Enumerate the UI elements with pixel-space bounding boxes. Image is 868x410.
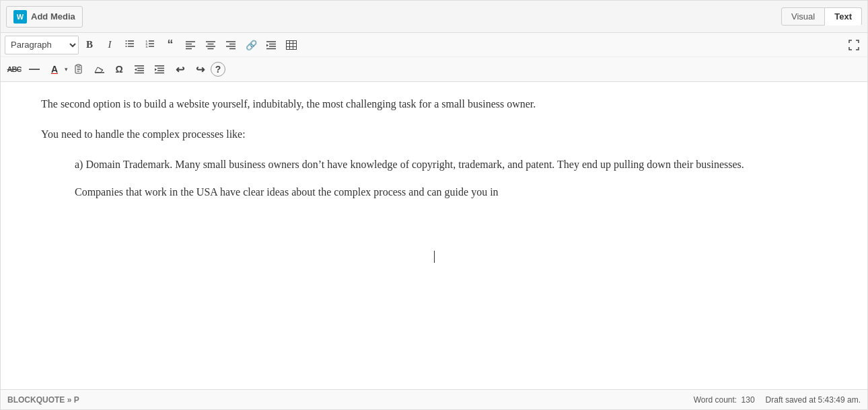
status-bar: BLOCKQUOTE » P Word count: 130 Draft sav… bbox=[1, 389, 867, 409]
toolbar-row-2: ABC — A ▾ Ω ↩ ↪ ? bbox=[1, 57, 867, 81]
paste-as-text-button[interactable] bbox=[69, 60, 88, 79]
status-right: Word count: 130 Draft saved at 5:43:49 a… bbox=[694, 395, 861, 405]
indent2-button[interactable] bbox=[150, 60, 169, 79]
italic-icon: I bbox=[108, 39, 112, 50]
text-color-wrapper: A ▾ bbox=[45, 60, 68, 79]
outdent-button[interactable] bbox=[130, 60, 149, 79]
svg-marker-46 bbox=[135, 69, 137, 71]
toolbar: Paragraph Heading 1 Heading 2 Heading 3 … bbox=[1, 33, 867, 82]
breadcrumb: BLOCKQUOTE » P bbox=[7, 395, 79, 405]
redo-button[interactable]: ↪ bbox=[190, 60, 209, 79]
content-text[interactable]: The second option is to build a website … bbox=[41, 95, 827, 201]
unordered-list-button[interactable] bbox=[120, 36, 139, 54]
indent-button[interactable] bbox=[262, 36, 281, 54]
align-center-button[interactable] bbox=[201, 36, 220, 54]
clear-formatting-button[interactable] bbox=[89, 60, 108, 79]
word-count-value: 130 bbox=[742, 395, 755, 405]
link-button[interactable]: 🔗 bbox=[242, 36, 260, 54]
indent-icon bbox=[266, 40, 276, 50]
svg-rect-29 bbox=[287, 40, 297, 49]
svg-rect-35 bbox=[77, 65, 80, 67]
eraser-icon bbox=[94, 64, 104, 75]
top-bar: W Add Media Visual Text bbox=[1, 1, 867, 33]
fullscreen-button[interactable] bbox=[844, 36, 863, 54]
tab-text[interactable]: Text bbox=[825, 7, 862, 26]
blockquote-button[interactable]: “ bbox=[161, 36, 180, 54]
fullscreen-icon bbox=[848, 40, 859, 50]
bold-button[interactable]: B bbox=[80, 36, 99, 54]
editor-wrapper: W Add Media Visual Text Paragraph Headin… bbox=[0, 0, 868, 410]
align-left-button[interactable] bbox=[181, 36, 200, 54]
add-media-icon: W bbox=[13, 10, 27, 24]
blockquote-para-a[interactable]: a) Domain Trademark. Many small business… bbox=[75, 156, 827, 173]
text-color-button[interactable]: A bbox=[45, 60, 64, 79]
table-icon bbox=[286, 40, 297, 50]
align-center-icon bbox=[206, 40, 215, 50]
align-left-icon bbox=[186, 40, 195, 50]
italic-button[interactable]: I bbox=[100, 36, 119, 54]
add-media-button[interactable]: W Add Media bbox=[6, 6, 83, 28]
svg-point-5 bbox=[126, 46, 127, 47]
bold-icon: B bbox=[86, 39, 93, 50]
align-right-button[interactable] bbox=[221, 36, 240, 54]
svg-point-4 bbox=[126, 43, 127, 44]
ol-icon: 1.2.3. bbox=[145, 39, 155, 50]
horizontal-rule-button[interactable]: — bbox=[25, 60, 44, 79]
paragraph-format-select[interactable]: Paragraph Heading 1 Heading 2 Heading 3 … bbox=[5, 36, 79, 54]
blockquote-para-b[interactable]: Companies that work in the USA have clea… bbox=[75, 183, 827, 201]
ul-icon bbox=[125, 39, 135, 50]
strikethrough-button[interactable]: ABC bbox=[5, 60, 24, 79]
align-right-icon bbox=[226, 40, 236, 50]
svg-point-3 bbox=[126, 40, 127, 42]
link-icon: 🔗 bbox=[246, 40, 257, 50]
tab-visual[interactable]: Visual bbox=[781, 7, 825, 26]
word-count: Word count: 130 bbox=[694, 395, 755, 405]
special-chars-button[interactable]: Ω bbox=[110, 60, 129, 79]
svg-marker-51 bbox=[155, 69, 157, 71]
paragraph-1[interactable]: The second option is to build a website … bbox=[41, 95, 827, 113]
undo-button[interactable]: ↩ bbox=[170, 60, 189, 79]
indent2-icon bbox=[155, 65, 164, 74]
editor-content[interactable]: The second option is to build a website … bbox=[1, 82, 867, 389]
outdent-icon bbox=[135, 65, 144, 74]
breadcrumb-text: BLOCKQUOTE » P bbox=[7, 395, 79, 405]
ordered-list-button[interactable]: 1.2.3. bbox=[141, 36, 159, 54]
table-button[interactable] bbox=[282, 36, 301, 54]
add-media-label: Add Media bbox=[31, 11, 75, 22]
paragraph-2[interactable]: You need to handle the complex processes… bbox=[41, 126, 827, 143]
toolbar-row-1: Paragraph Heading 1 Heading 2 Heading 3 … bbox=[1, 33, 867, 57]
text-color-dropdown-arrow[interactable]: ▾ bbox=[65, 66, 68, 73]
help-button[interactable]: ? bbox=[211, 62, 225, 77]
blockquote[interactable]: a) Domain Trademark. Many small business… bbox=[75, 156, 827, 201]
text-cursor bbox=[434, 251, 435, 263]
paste-icon bbox=[73, 64, 84, 75]
word-count-label: Word count: bbox=[694, 395, 737, 405]
draft-status: Draft saved at 5:43:49 am. bbox=[766, 395, 861, 405]
svg-text:3.: 3. bbox=[146, 45, 148, 48]
view-tabs: Visual Text bbox=[781, 7, 862, 26]
svg-marker-28 bbox=[266, 44, 268, 46]
